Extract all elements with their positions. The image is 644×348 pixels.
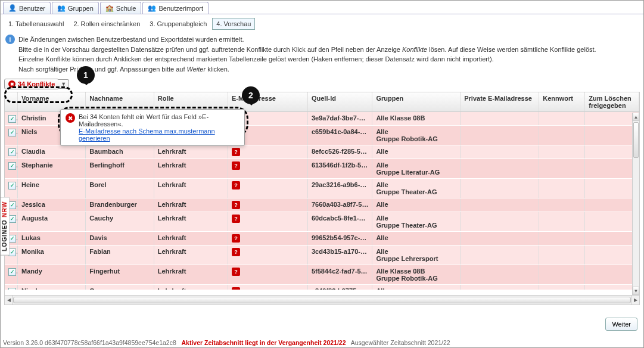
table-row[interactable]: ✓AugustaCauchyLehrkraft?60dcabc5-8fe1-53… xyxy=(5,212,639,232)
tab-gruppen[interactable]: 👥Gruppen xyxy=(52,2,99,14)
status-bar: Version 3.26.0 d63f470778c58af66f1a43a9f… xyxy=(3,339,641,346)
error-badge-icon: ? xyxy=(232,287,240,290)
step[interactable]: 2. Rollen einschränken xyxy=(69,18,144,30)
table-row[interactable]: ✓MandyFingerhutLehrkraft?5f5844c2-fad7-5… xyxy=(5,265,639,285)
conflicts-dropdown[interactable]: ▼ xyxy=(58,79,69,89)
info-icon: i xyxy=(5,35,15,44)
tab-icon: 👥 xyxy=(148,4,156,12)
col-kennwort[interactable]: Kennwort xyxy=(539,92,585,111)
error-badge-icon: ? xyxy=(232,248,240,256)
row-checkbox[interactable]: ✓ xyxy=(8,129,16,136)
scroll-right-icon[interactable]: ▶ xyxy=(631,296,639,304)
error-badge-icon: ? xyxy=(232,268,240,276)
col-quellid[interactable]: Quell-Id xyxy=(308,92,372,111)
scroll-left-icon[interactable]: ◀ xyxy=(5,296,13,304)
row-checkbox[interactable]: ✓ xyxy=(8,162,16,170)
error-badge-icon: ? xyxy=(232,181,240,189)
step[interactable]: 4. Vorschau xyxy=(212,18,255,30)
info-line4: Nach sorgfältiger Prüfung und ggf. Anpas… xyxy=(18,64,596,74)
table-row[interactable]: ✓ClaudiaBaumbachLehrkraft?8efcc526-f285-… xyxy=(5,145,639,159)
error-badge-icon: ? xyxy=(232,148,240,156)
col-private[interactable]: Private E-Mailadresse xyxy=(461,92,539,111)
error-badge-icon: ? xyxy=(232,215,240,223)
weiter-button[interactable]: Weiter xyxy=(605,318,637,331)
horizontal-scrollbar[interactable]: ◀ ▶ xyxy=(4,296,640,305)
tab-benutzer[interactable]: 👤Benutzer xyxy=(3,2,51,14)
scroll-up-icon[interactable]: ▲ xyxy=(633,113,639,121)
conflicts-label: 34 Konflikte xyxy=(18,80,55,88)
error-icon: ✖ xyxy=(8,80,15,88)
popup-error-icon: ✖ xyxy=(66,113,75,123)
tab-icon: 👤 xyxy=(8,4,17,12)
error-badge-icon: ? xyxy=(232,161,240,170)
scroll-thumb[interactable] xyxy=(633,122,639,158)
row-checkbox[interactable]: ✓ xyxy=(8,268,16,276)
conflicts-button[interactable]: ✖ 34 Konflikte xyxy=(4,79,59,89)
info-line2: Bitte die in der Vorschau dargestellten … xyxy=(18,45,596,55)
tab-icon: 👥 xyxy=(57,4,66,12)
row-checkbox[interactable]: ✓ xyxy=(8,115,16,123)
tab-bar: 👤Benutzer👥Gruppen🏫Schule👥Benutzerimport xyxy=(1,1,643,14)
tab-benutzerimport[interactable]: 👥Benutzerimport xyxy=(142,2,209,14)
scroll-down-icon[interactable]: ▼ xyxy=(633,287,639,295)
table-row[interactable]: ✓JessicaBrandenburgerLehrkraft?7660a403-… xyxy=(5,198,639,212)
row-checkbox[interactable]: ✓ xyxy=(8,148,16,156)
table-row[interactable]: ✓LukasDavisLehrkraft?99652b54-957c-5a5…A… xyxy=(5,232,639,246)
logineo-side-tab[interactable]: LOGINEO NRW xyxy=(0,197,10,256)
hscroll-thumb[interactable] xyxy=(13,297,631,303)
table-row[interactable]: ✓HeineBorelLehrkraft?29ac3216-a9b6-535…A… xyxy=(5,179,639,198)
col-gruppen[interactable]: Gruppen xyxy=(372,92,461,111)
step[interactable]: 1. Tabellenauswahl xyxy=(4,18,68,30)
tab-schule[interactable]: 🏫Schule xyxy=(100,2,142,14)
popup-generate-link[interactable]: E-Mailadresse nach Schema max.mustermann… xyxy=(79,128,215,142)
wizard-steps: 1. Tabellenauswahl2. Rollen einschränken… xyxy=(1,14,643,32)
popup-text: Bei 34 Konten fehlt ein Wert für das Fel… xyxy=(79,113,239,128)
tab-icon: 🏫 xyxy=(105,4,114,12)
error-badge-icon: ? xyxy=(232,201,240,209)
info-line1: Die Änderungen zwischen Benutzerbestand … xyxy=(18,35,596,45)
step[interactable]: 3. Gruppenabgleich xyxy=(145,18,211,30)
error-badge-icon: ? xyxy=(232,234,240,243)
table-row[interactable]: ✓NicoleGegersLehrkraft?a840f82d-9775-59c… xyxy=(5,285,639,290)
table-row[interactable]: ✓StephanieBerlinghoffLehrkraft?613546df-… xyxy=(5,159,639,179)
info-panel: i Die Änderungen zwischen Benutzerbestan… xyxy=(1,32,643,76)
conflict-popup: ✖ Bei 34 Konten fehlt ein Wert für das F… xyxy=(60,109,245,146)
row-checkbox[interactable]: ✓ xyxy=(8,288,16,290)
table-row[interactable]: ✓MonikaFabianLehrkraft?3cd43b15-a170-59b… xyxy=(5,246,639,265)
info-line3: Einzelne Konflikte können durch Anklicke… xyxy=(18,54,596,64)
row-checkbox[interactable]: ✓ xyxy=(8,182,16,189)
col-loeschen[interactable]: Zum Löschen freigegeben xyxy=(585,92,639,111)
